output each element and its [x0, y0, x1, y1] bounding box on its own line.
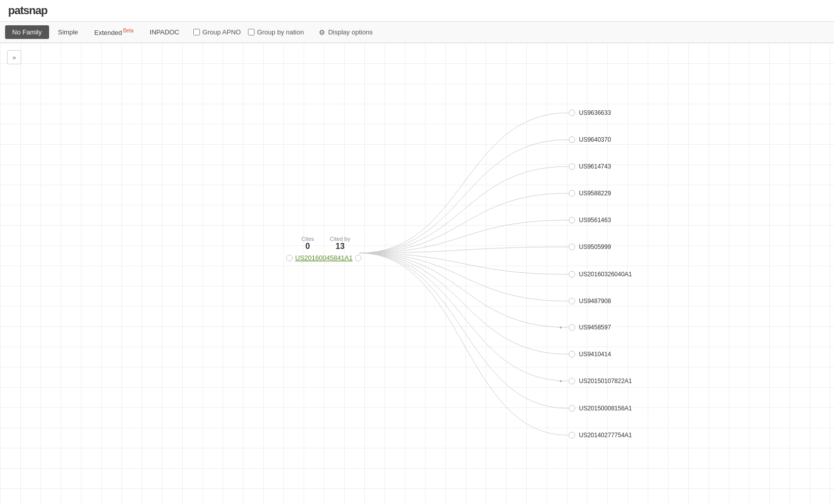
- plus-icon: +: [559, 325, 562, 330]
- cited-by-label: Cited by: [330, 236, 351, 242]
- display-options-label: Display options: [328, 28, 372, 36]
- expand-panel-button[interactable]: »: [7, 50, 21, 64]
- cites-port-circle[interactable]: [286, 255, 293, 261]
- group-nation-checkbox[interactable]: [248, 29, 255, 35]
- leaf-node-circle[interactable]: [569, 324, 575, 330]
- tab-inpadoc[interactable]: INPADOC: [143, 25, 186, 39]
- leaf-patent-label: US9614743: [579, 163, 611, 170]
- edge-line: [359, 166, 568, 253]
- tab-no-family[interactable]: No Family: [5, 25, 49, 39]
- cited-by-count: 13: [336, 242, 345, 250]
- expand-icon: »: [12, 54, 16, 61]
- edge-line: [359, 253, 568, 274]
- leaf-node-circle[interactable]: [569, 378, 575, 384]
- gear-icon: ⚙: [319, 28, 325, 36]
- leaf-patent-label: US20140277754A1: [579, 432, 632, 439]
- group-apno-checkbox[interactable]: [193, 29, 200, 35]
- leaf-patent-label: US20160326040A1: [579, 271, 632, 278]
- leaf-patent-label: US9561463: [579, 217, 611, 224]
- leaf-patent-label: US9410414: [579, 351, 611, 358]
- edge-line: [359, 253, 568, 435]
- tab-extended[interactable]: ExtendedBeta: [87, 25, 141, 39]
- edge-line: [359, 253, 568, 408]
- cites-count: 0: [306, 242, 310, 250]
- leaf-patent-label: US20150107822A1: [579, 377, 632, 385]
- leaf-patent-label: US9458597: [579, 324, 611, 331]
- leaf-node-circle[interactable]: [569, 432, 575, 438]
- leaf-node-circle[interactable]: [569, 244, 575, 250]
- logo: patsnap: [8, 4, 47, 17]
- edge-line: [359, 113, 568, 253]
- leaf-node-circle[interactable]: [569, 110, 575, 116]
- edge-line: [359, 193, 568, 253]
- beta-badge: Beta: [123, 28, 134, 33]
- center-patent-link[interactable]: US20160045841A1: [295, 254, 353, 262]
- leaf-patent-label: US9640370: [579, 136, 611, 143]
- leaf-node-circle[interactable]: [569, 298, 575, 304]
- leaf-patent-label: US9636633: [579, 109, 611, 116]
- checkbox-group: Group APNO Group by nation: [193, 28, 304, 36]
- logo-bar: patsnap: [0, 0, 834, 22]
- logo-text: patsnap: [8, 4, 47, 17]
- leaf-node-circle[interactable]: [569, 137, 575, 143]
- leaf-node-circle[interactable]: [569, 405, 575, 411]
- plus-icon: +: [559, 379, 562, 384]
- edge-line: [359, 140, 568, 253]
- cited-by-port-circle[interactable]: [355, 255, 361, 261]
- tab-bar: No Family Simple ExtendedBeta INPADOC Gr…: [0, 22, 834, 43]
- checkbox-group-nation[interactable]: Group by nation: [248, 28, 304, 36]
- edge-line: [359, 253, 568, 381]
- display-options-button[interactable]: ⚙ Display options: [315, 26, 377, 38]
- leaf-patent-label: US9588229: [579, 190, 611, 197]
- tab-extended-label: Extended: [94, 29, 122, 36]
- leaf-patent-label: US20150008156A1: [579, 405, 632, 412]
- graph-svg: CitesCited by013US20160045841A1US9636633…: [0, 43, 834, 504]
- checkbox-group-apno[interactable]: Group APNO: [193, 28, 241, 36]
- edge-line: [359, 253, 568, 327]
- group-apno-label: Group APNO: [202, 28, 241, 36]
- leaf-node-circle[interactable]: [569, 217, 575, 223]
- edge-line: [359, 253, 568, 354]
- leaf-patent-label: US9487908: [579, 298, 611, 305]
- leaf-node-circle[interactable]: [569, 351, 575, 357]
- leaf-node-circle[interactable]: [569, 271, 575, 277]
- edge-line: [359, 253, 568, 301]
- group-nation-label: Group by nation: [257, 28, 304, 36]
- leaf-node-circle[interactable]: [569, 190, 575, 196]
- cites-label: Cites: [301, 236, 314, 242]
- main-canvas: » CitesCited by013US20160045841A1US96366…: [0, 43, 834, 504]
- tab-simple[interactable]: Simple: [51, 25, 86, 39]
- leaf-patent-label: US9505999: [579, 243, 611, 250]
- leaf-node-circle[interactable]: [569, 163, 575, 170]
